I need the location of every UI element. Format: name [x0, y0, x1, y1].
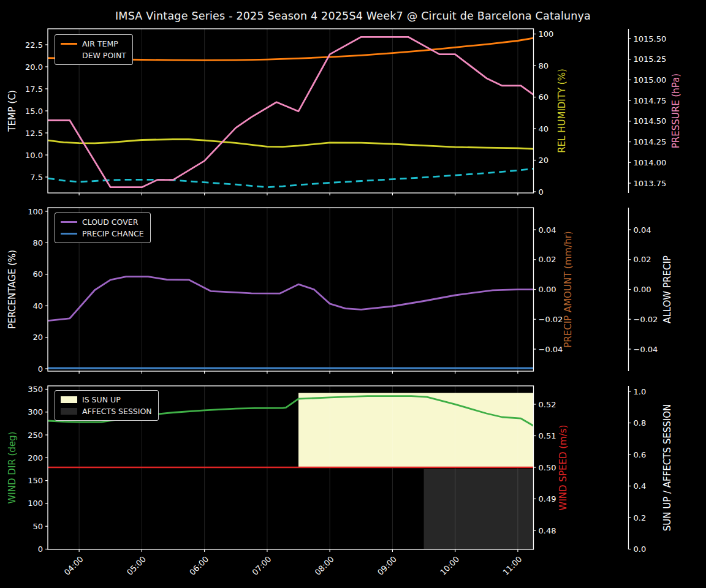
axis-tick-label: 100	[28, 499, 43, 508]
axis-tick-label: 200	[28, 453, 43, 462]
axis-tick-label: 10.0	[25, 151, 43, 160]
weather-forecast-figure: IMSA Vintage Series - 2025 Season 4 2025…	[0, 0, 706, 588]
is-sun-up-swatch	[61, 396, 77, 403]
rel-humidity-axis-label: REL HUMIDITY (%)	[556, 69, 567, 153]
axis-tick-label: 0.52	[539, 400, 556, 409]
axis-tick-label: 1014.25	[634, 137, 667, 146]
axis-tick-label: 1013.75	[634, 179, 667, 188]
axis-tick-label: −0.04	[634, 345, 658, 354]
axis-tick-label: 20	[32, 333, 43, 342]
axis-tick-label: 0.02	[634, 255, 651, 264]
axis-tick-label: 300	[28, 407, 43, 417]
wind-dir-deg-axis-label: WIND DIR (deg)	[7, 432, 18, 504]
axis-tick-label: 0.50	[539, 463, 556, 472]
axis-tick-label: 0.0	[634, 545, 647, 554]
axis-tick-label: 60	[539, 92, 549, 102]
axis-tick-label: 250	[28, 431, 43, 440]
axis-tick-label: 0.4	[634, 481, 647, 491]
cloud-precip-legend: CLOUD COVERPRECIP CHANCE	[55, 213, 151, 243]
x-tick-label: 10:00	[438, 554, 461, 577]
is-sun-up-region	[298, 393, 533, 467]
axis-tick-label: 40	[32, 301, 43, 311]
x-tick-label: 07:00	[250, 554, 273, 577]
figure-title: IMSA Vintage Series - 2025 Season 4 2025…	[0, 10, 706, 22]
dew-point-legend-item: DEW POINT	[61, 50, 126, 61]
axis-tick-label: 1014.00	[634, 158, 667, 167]
cloud-cover-swatch	[61, 221, 77, 223]
rel-humidity-line	[48, 140, 534, 149]
axis-tick-label: 1015.00	[634, 75, 667, 85]
axis-tick-label: 0.04	[539, 225, 556, 235]
x-tick-label: 08:00	[313, 554, 336, 577]
axis-tick-label: 100	[28, 207, 43, 216]
legend-label: AFFECTS SESSION	[82, 407, 152, 416]
axis-tick-label: 0.48	[539, 526, 556, 535]
axis-tick-label: 22.5	[25, 40, 43, 50]
x-tick-label: 05:00	[125, 554, 148, 577]
precip-chance-swatch	[61, 233, 77, 235]
axis-tick-label: 0.00	[539, 285, 556, 294]
axis-tick-label: 0.02	[539, 255, 556, 264]
plots-canvas: 22.520.017.515.012.510.07.5TEMP (C)10080…	[0, 0, 706, 588]
axis-tick-label: 20.0	[25, 62, 43, 72]
axis-tick-label: 1014.75	[634, 96, 667, 105]
axis-tick-label: 1015.50	[634, 34, 667, 43]
axis-tick-label: 150	[28, 476, 43, 485]
axis-tick-label: 0	[38, 364, 43, 374]
axis-tick-label: 0.04	[634, 225, 651, 235]
air-temp-legend-item: AIR TEMP	[61, 38, 126, 50]
axis-tick-label: 12.5	[25, 129, 43, 138]
axis-tick-label: 80	[32, 238, 43, 247]
axis-tick-label: 1.0	[634, 387, 647, 396]
axis-tick-label: 20	[539, 156, 549, 165]
axis-tick-label: 50	[32, 522, 43, 531]
sun-up-affects-session-axis-label: SUN UP / AFFECTS SESSION	[662, 404, 673, 532]
x-tick-label: 06:00	[188, 554, 210, 577]
axis-tick-label: 17.5	[25, 85, 43, 94]
cloud-cover-line	[48, 277, 534, 321]
axis-tick-label: 60	[32, 270, 43, 279]
allow-precip-axis-label: ALLOW PRECIP	[662, 255, 673, 323]
legend-label: PRECIP CHANCE	[82, 229, 144, 238]
axis-tick-label: 0.51	[539, 431, 556, 440]
cloud-cover-legend-item: CLOUD COVER	[61, 216, 144, 228]
axis-tick-label: −0.02	[539, 315, 563, 324]
axis-tick-label: 80	[539, 61, 549, 70]
axis-tick-label: 1015.25	[634, 55, 667, 64]
legend-label: IS SUN UP	[82, 395, 121, 404]
percentage-axis-label: PERCENTAGE (%)	[7, 250, 18, 329]
legend-label: CLOUD COVER	[82, 217, 138, 227]
axis-tick-label: 40	[539, 124, 549, 134]
pressure-hpa-axis-label: PRESSURE (hPa)	[670, 74, 681, 148]
axis-tick-label: −0.02	[634, 315, 658, 324]
precip-amount-mm-hr-axis-label: PRECIP AMOUNT (mm/hr)	[563, 231, 574, 347]
axis-tick-label: 7.5	[30, 173, 43, 182]
wind-sun-legend: IS SUN UPAFFECTS SESSION	[55, 390, 159, 421]
affects-session-region	[424, 469, 534, 549]
air-temp-swatch	[61, 43, 77, 45]
dew-point-line	[48, 168, 534, 187]
legend-label: DEW POINT	[82, 51, 126, 60]
axis-tick-label: 0.49	[539, 494, 556, 503]
wind-speed-m-s-axis-label: WIND SPEED (m/s)	[558, 425, 569, 511]
x-tick-label: 11:00	[501, 554, 523, 577]
axis-tick-label: 0.8	[634, 418, 647, 428]
axis-tick-label: 0.00	[634, 285, 651, 294]
axis-tick-label: 350	[28, 385, 43, 394]
precip-chance-legend-item: PRECIP CHANCE	[61, 228, 144, 239]
affects-session-legend-item: AFFECTS SESSION	[61, 405, 152, 417]
axis-tick-label: 100	[539, 29, 554, 39]
x-tick-label: 04:00	[63, 554, 85, 577]
temperature-humidity-pressure-legend: AIR TEMPDEW POINT	[55, 34, 133, 65]
x-tick-label: 09:00	[376, 554, 398, 577]
affects-session-swatch	[61, 408, 77, 415]
axis-tick-label: 0.6	[634, 450, 647, 459]
is-sun-up-legend-item: IS SUN UP	[61, 394, 152, 405]
axis-tick-label: 0	[539, 187, 544, 197]
axis-tick-label: 15.0	[25, 107, 43, 116]
axis-tick-label: 1014.50	[634, 116, 667, 126]
axis-tick-label: 0	[38, 545, 43, 554]
axis-tick-label: 0.2	[634, 513, 647, 522]
dew-point-swatch	[61, 55, 77, 56]
legend-label: AIR TEMP	[82, 39, 118, 48]
